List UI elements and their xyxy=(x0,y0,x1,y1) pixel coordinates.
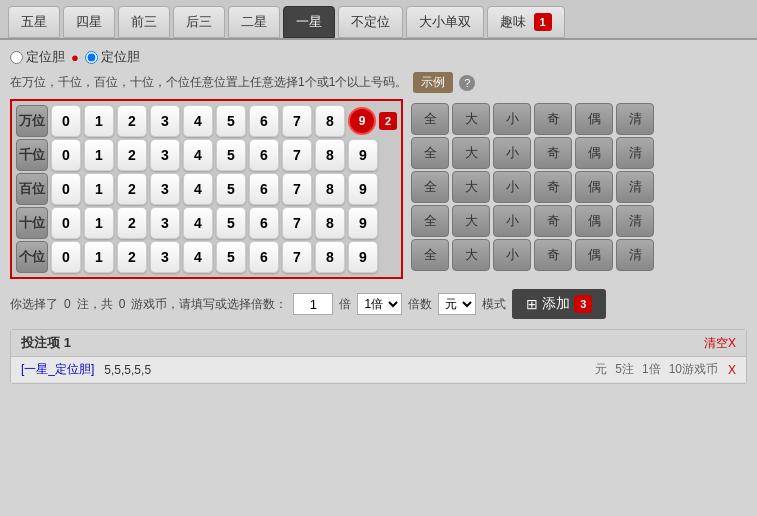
num-qianwei-7[interactable]: 7 xyxy=(282,139,312,171)
num-wanwei-3[interactable]: 3 xyxy=(150,105,180,137)
num-wanwei-0[interactable]: 0 xyxy=(51,105,81,137)
clear-button[interactable]: 清空X xyxy=(704,335,736,352)
cat-baiwei-clear[interactable]: 清 xyxy=(616,171,654,203)
num-shiwei-9[interactable]: 9 xyxy=(348,207,378,239)
num-wanwei-4[interactable]: 4 xyxy=(183,105,213,137)
cat-shiwei-clear[interactable]: 清 xyxy=(616,205,654,237)
tab-two-star[interactable]: 二星 xyxy=(228,6,280,38)
num-baiwei-2[interactable]: 2 xyxy=(117,173,147,205)
tab-big-small[interactable]: 大小单双 xyxy=(406,6,484,38)
num-wanwei-6[interactable]: 6 xyxy=(249,105,279,137)
cat-shiwei-small[interactable]: 小 xyxy=(493,205,531,237)
bet-delete-button[interactable]: X xyxy=(728,363,736,377)
num-qianwei-1[interactable]: 1 xyxy=(84,139,114,171)
cat-qianwei-all[interactable]: 全 xyxy=(411,137,449,169)
tab-five-star[interactable]: 五星 xyxy=(8,6,60,38)
cat-gewei-big[interactable]: 大 xyxy=(452,239,490,271)
multiplier-input[interactable] xyxy=(293,293,333,315)
num-shiwei-6[interactable]: 6 xyxy=(249,207,279,239)
cat-baiwei-small[interactable]: 小 xyxy=(493,171,531,203)
cat-shiwei-big[interactable]: 大 xyxy=(452,205,490,237)
num-baiwei-6[interactable]: 6 xyxy=(249,173,279,205)
help-icon[interactable]: ? xyxy=(459,75,475,91)
num-shiwei-7[interactable]: 7 xyxy=(282,207,312,239)
num-baiwei-1[interactable]: 1 xyxy=(84,173,114,205)
num-gewei-0[interactable]: 0 xyxy=(51,241,81,273)
num-shiwei-3[interactable]: 3 xyxy=(150,207,180,239)
num-qianwei-3[interactable]: 3 xyxy=(150,139,180,171)
num-gewei-1[interactable]: 1 xyxy=(84,241,114,273)
cat-baiwei-big[interactable]: 大 xyxy=(452,171,490,203)
radio-option-2[interactable]: 定位胆 xyxy=(85,48,140,66)
num-baiwei-8[interactable]: 8 xyxy=(315,173,345,205)
add-button[interactable]: ⊞ 添加 3 xyxy=(512,289,606,319)
cat-wanwei-big[interactable]: 大 xyxy=(452,103,490,135)
cat-qianwei-clear[interactable]: 清 xyxy=(616,137,654,169)
num-wanwei-1[interactable]: 1 xyxy=(84,105,114,137)
num-wanwei-8[interactable]: 8 xyxy=(315,105,345,137)
cat-wanwei-small[interactable]: 小 xyxy=(493,103,531,135)
num-qianwei-2[interactable]: 2 xyxy=(117,139,147,171)
num-shiwei-1[interactable]: 1 xyxy=(84,207,114,239)
cat-baiwei-odd[interactable]: 奇 xyxy=(534,171,572,203)
example-button[interactable]: 示例 xyxy=(413,72,453,93)
cat-wanwei-odd[interactable]: 奇 xyxy=(534,103,572,135)
cat-shiwei-all[interactable]: 全 xyxy=(411,205,449,237)
num-shiwei-0[interactable]: 0 xyxy=(51,207,81,239)
tab-back-three[interactable]: 后三 xyxy=(173,6,225,38)
cat-gewei-small[interactable]: 小 xyxy=(493,239,531,271)
num-gewei-4[interactable]: 4 xyxy=(183,241,213,273)
multiplier-select[interactable]: 1倍 2倍 3倍 xyxy=(357,293,402,315)
num-baiwei-9[interactable]: 9 xyxy=(348,173,378,205)
num-baiwei-4[interactable]: 4 xyxy=(183,173,213,205)
num-wanwei-9-red[interactable]: 9 xyxy=(348,107,376,135)
num-wanwei-7[interactable]: 7 xyxy=(282,105,312,137)
num-gewei-9[interactable]: 9 xyxy=(348,241,378,273)
cat-qianwei-odd[interactable]: 奇 xyxy=(534,137,572,169)
radio-option-1[interactable]: 定位胆 xyxy=(10,48,65,66)
num-qianwei-4[interactable]: 4 xyxy=(183,139,213,171)
mode-select[interactable]: 元 角 分 xyxy=(438,293,476,315)
num-qianwei-5[interactable]: 5 xyxy=(216,139,246,171)
num-baiwei-0[interactable]: 0 xyxy=(51,173,81,205)
num-shiwei-2[interactable]: 2 xyxy=(117,207,147,239)
num-baiwei-5[interactable]: 5 xyxy=(216,173,246,205)
cat-gewei-clear[interactable]: 清 xyxy=(616,239,654,271)
num-gewei-3[interactable]: 3 xyxy=(150,241,180,273)
cat-wanwei-clear[interactable]: 清 xyxy=(616,103,654,135)
num-baiwei-3[interactable]: 3 xyxy=(150,173,180,205)
info-text-3: 游戏币，请填写或选择倍数： xyxy=(131,296,287,313)
num-gewei-5[interactable]: 5 xyxy=(216,241,246,273)
cat-qianwei-small[interactable]: 小 xyxy=(493,137,531,169)
num-gewei-7[interactable]: 7 xyxy=(282,241,312,273)
num-gewei-8[interactable]: 8 xyxy=(315,241,345,273)
cat-gewei-even[interactable]: 偶 xyxy=(575,239,613,271)
cat-wanwei-even[interactable]: 偶 xyxy=(575,103,613,135)
num-shiwei-4[interactable]: 4 xyxy=(183,207,213,239)
tab-interesting[interactable]: 趣味 1 xyxy=(487,6,565,38)
cat-baiwei-even[interactable]: 偶 xyxy=(575,171,613,203)
num-qianwei-0[interactable]: 0 xyxy=(51,139,81,171)
tab-front-three[interactable]: 前三 xyxy=(118,6,170,38)
num-shiwei-8[interactable]: 8 xyxy=(315,207,345,239)
cat-qianwei-even[interactable]: 偶 xyxy=(575,137,613,169)
num-baiwei-7[interactable]: 7 xyxy=(282,173,312,205)
cat-gewei-all[interactable]: 全 xyxy=(411,239,449,271)
cat-shiwei-even[interactable]: 偶 xyxy=(575,205,613,237)
num-qianwei-6[interactable]: 6 xyxy=(249,139,279,171)
num-qianwei-8[interactable]: 8 xyxy=(315,139,345,171)
cat-baiwei-all[interactable]: 全 xyxy=(411,171,449,203)
cat-gewei-odd[interactable]: 奇 xyxy=(534,239,572,271)
num-gewei-6[interactable]: 6 xyxy=(249,241,279,273)
num-wanwei-5[interactable]: 5 xyxy=(216,105,246,137)
tab-one-star[interactable]: 一星 xyxy=(283,6,335,38)
cat-shiwei-odd[interactable]: 奇 xyxy=(534,205,572,237)
cat-qianwei-big[interactable]: 大 xyxy=(452,137,490,169)
tab-four-star[interactable]: 四星 xyxy=(63,6,115,38)
tab-not-fixed[interactable]: 不定位 xyxy=(338,6,403,38)
num-wanwei-2[interactable]: 2 xyxy=(117,105,147,137)
num-gewei-2[interactable]: 2 xyxy=(117,241,147,273)
cat-wanwei-all[interactable]: 全 xyxy=(411,103,449,135)
num-qianwei-9[interactable]: 9 xyxy=(348,139,378,171)
num-shiwei-5[interactable]: 5 xyxy=(216,207,246,239)
